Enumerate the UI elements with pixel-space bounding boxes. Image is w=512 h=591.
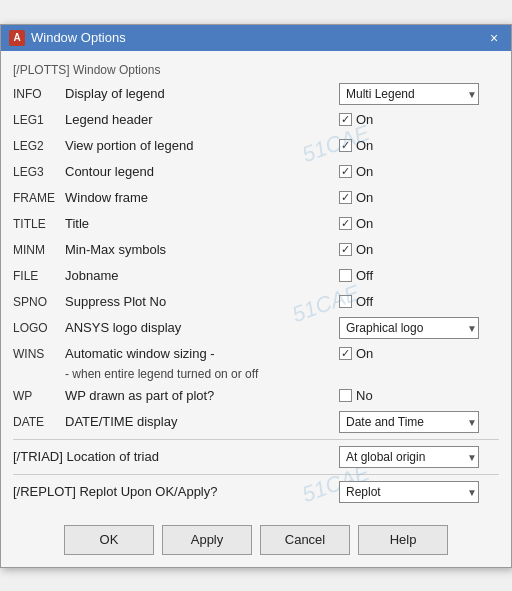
select-wrapper-logo: Graphical logo Text logo No logo ▼: [339, 317, 479, 339]
checkbox-container-file: Off: [339, 268, 373, 283]
checkbox-wins[interactable]: [339, 347, 352, 360]
code-minm: MINM: [13, 243, 65, 257]
checkbox-container-wins: On: [339, 346, 373, 361]
select-wrapper-date: Date and Time Date only Time only No dis…: [339, 411, 479, 433]
select-logo[interactable]: Graphical logo Text logo No logo: [339, 317, 479, 339]
select-replot[interactable]: Replot Do not replot: [339, 481, 479, 503]
control-frame: On: [339, 190, 499, 205]
checkbox-frame[interactable]: [339, 191, 352, 204]
checkbox-label-minm: On: [356, 242, 373, 257]
checkbox-container-frame: On: [339, 190, 373, 205]
label-info: Display of legend: [65, 86, 339, 101]
checkbox-label-wp: No: [356, 388, 373, 403]
label-title: Title: [65, 216, 339, 231]
control-leg3: On: [339, 164, 499, 179]
window-title: Window Options: [31, 30, 126, 45]
code-file: FILE: [13, 269, 65, 283]
row-info: INFO Display of legend Multi Legend Sing…: [13, 81, 499, 107]
checkbox-label-leg1: On: [356, 112, 373, 127]
control-leg1: On: [339, 112, 499, 127]
checkbox-container-title: On: [339, 216, 373, 231]
control-replot: Replot Do not replot ▼: [339, 481, 499, 503]
code-leg1: LEG1: [13, 113, 65, 127]
control-leg2: On: [339, 138, 499, 153]
checkbox-label-file: Off: [356, 268, 373, 283]
label-spno: Suppress Plot No: [65, 294, 339, 309]
ok-button[interactable]: OK: [64, 525, 154, 555]
row-wp: WP WP drawn as part of plot? No: [13, 383, 499, 409]
label-leg1: Legend header: [65, 112, 339, 127]
row-leg1: LEG1 Legend header On: [13, 107, 499, 133]
row-frame: FRAME Window frame On: [13, 185, 499, 211]
row-minm: MINM Min-Max symbols On: [13, 237, 499, 263]
control-triad: At global origin Bottom left Bottom righ…: [339, 446, 499, 468]
checkbox-label-leg3: On: [356, 164, 373, 179]
select-triad[interactable]: At global origin Bottom left Bottom righ…: [339, 446, 479, 468]
label-wp: WP drawn as part of plot?: [65, 388, 339, 403]
divider-2: [13, 474, 499, 475]
row-leg2: LEG2 View portion of legend On: [13, 133, 499, 159]
checkbox-container-leg2: On: [339, 138, 373, 153]
row-logo: LOGO ANSYS logo display Graphical logo T…: [13, 315, 499, 341]
label-file: Jobname: [65, 268, 339, 283]
label-leg3: Contour legend: [65, 164, 339, 179]
row-replot: [/REPLOT] Replot Upon OK/Apply? Replot D…: [13, 479, 499, 505]
checkbox-leg3[interactable]: [339, 165, 352, 178]
row-triad: [/TRIAD] Location of triad At global ori…: [13, 444, 499, 470]
checkbox-minm[interactable]: [339, 243, 352, 256]
label-logo: ANSYS logo display: [65, 320, 339, 335]
row-wins: WINS Automatic window sizing - On: [13, 341, 499, 367]
checkbox-file[interactable]: [339, 269, 352, 282]
section-header: [/PLOTTS] Window Options: [13, 63, 499, 77]
control-date: Date and Time Date only Time only No dis…: [339, 411, 499, 433]
code-wp: WP: [13, 389, 65, 403]
help-button[interactable]: Help: [358, 525, 448, 555]
row-spno: SPNO Suppress Plot No Off: [13, 289, 499, 315]
checkbox-title[interactable]: [339, 217, 352, 230]
sub-row-wins: - when entire legend turned on or off: [13, 367, 499, 381]
control-file: Off: [339, 268, 499, 283]
control-info: Multi Legend Single Legend No Legend ▼: [339, 83, 499, 105]
select-info[interactable]: Multi Legend Single Legend No Legend: [339, 83, 479, 105]
row-date: DATE DATE/TIME display Date and Time Dat…: [13, 409, 499, 435]
checkbox-label-spno: Off: [356, 294, 373, 309]
code-leg2: LEG2: [13, 139, 65, 153]
checkbox-wp[interactable]: [339, 389, 352, 402]
control-logo: Graphical logo Text logo No logo ▼: [339, 317, 499, 339]
row-title: TITLE Title On: [13, 211, 499, 237]
checkbox-spno[interactable]: [339, 295, 352, 308]
label-date: DATE/TIME display: [65, 414, 339, 429]
control-title: On: [339, 216, 499, 231]
label-frame: Window frame: [65, 190, 339, 205]
window: A Window Options × 51CAE 51CAE 51CAE [/P…: [0, 24, 512, 568]
code-wins: WINS: [13, 347, 65, 361]
label-replot: [/REPLOT] Replot Upon OK/Apply?: [13, 484, 339, 499]
control-minm: On: [339, 242, 499, 257]
code-logo: LOGO: [13, 321, 65, 335]
checkbox-label-title: On: [356, 216, 373, 231]
row-leg3: LEG3 Contour legend On: [13, 159, 499, 185]
app-icon: A: [9, 30, 25, 46]
control-wins: On: [339, 346, 499, 361]
checkbox-leg1[interactable]: [339, 113, 352, 126]
code-frame: FRAME: [13, 191, 65, 205]
row-file: FILE Jobname Off: [13, 263, 499, 289]
code-spno: SPNO: [13, 295, 65, 309]
checkbox-label-frame: On: [356, 190, 373, 205]
select-date[interactable]: Date and Time Date only Time only No dis…: [339, 411, 479, 433]
checkbox-leg2[interactable]: [339, 139, 352, 152]
code-date: DATE: [13, 415, 65, 429]
control-spno: Off: [339, 294, 499, 309]
cancel-button[interactable]: Cancel: [260, 525, 350, 555]
close-button[interactable]: ×: [485, 29, 503, 47]
label-leg2: View portion of legend: [65, 138, 339, 153]
apply-button[interactable]: Apply: [162, 525, 252, 555]
content-wrapper: 51CAE 51CAE 51CAE [/PLOTTS] Window Optio…: [1, 51, 511, 515]
control-wp: No: [339, 388, 499, 403]
label-wins: Automatic window sizing -: [65, 346, 339, 361]
code-leg3: LEG3: [13, 165, 65, 179]
title-bar: A Window Options ×: [1, 25, 511, 51]
checkbox-container-spno: Off: [339, 294, 373, 309]
label-minm: Min-Max symbols: [65, 242, 339, 257]
select-wrapper-triad: At global origin Bottom left Bottom righ…: [339, 446, 479, 468]
